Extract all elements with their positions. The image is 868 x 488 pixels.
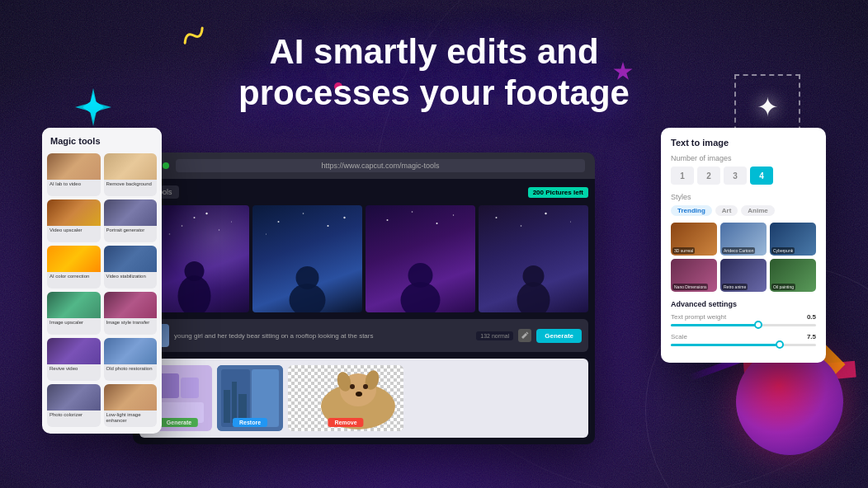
restore-preview-item[interactable]: Restore: [217, 365, 283, 431]
setting-name-row: Text prompt weight 0.5: [671, 313, 816, 321]
tab-trending[interactable]: Trending: [671, 205, 712, 216]
list-item[interactable]: Image style transfer: [104, 292, 158, 335]
remove-preview-item[interactable]: Remove: [288, 365, 403, 431]
heading-line1: AI smartly edits and: [0, 31, 868, 73]
generate-strip-button[interactable]: Generate: [160, 418, 198, 427]
svg-point-18: [387, 219, 389, 221]
list-item[interactable]: Old photo restoration: [104, 338, 158, 381]
svg-rect-38: [224, 390, 230, 423]
browser-toolbar: https://www.capcut.com/magic-tools: [133, 152, 595, 179]
svg-point-4: [205, 213, 207, 214]
svg-point-10: [185, 261, 205, 281]
browser-content: All tools 200 Pictures left: [133, 179, 595, 444]
style-item-artdeco[interactable]: Artdeco Cartoon: [720, 223, 767, 256]
scale-setting: Scale 7.5: [671, 333, 816, 346]
item-label: Photo colorizer: [47, 411, 101, 420]
windows-container: Magic tools AI lab to video Remove backg…: [42, 128, 826, 474]
bottom-strip: Generate Generate Restore: [139, 359, 588, 438]
setting-value: 0.5: [807, 313, 816, 321]
item-image: [104, 153, 158, 180]
scale-slider[interactable]: [671, 344, 816, 346]
style-item-cyberpunk[interactable]: Cyberpunk: [770, 223, 816, 256]
setting-value: 7.5: [807, 333, 816, 340]
prompt-quality-label: 132 normal: [476, 331, 513, 340]
setting-name-label: Scale: [671, 333, 687, 340]
style-item-3d-surreal[interactable]: 3D surreal: [671, 223, 717, 256]
svg-point-7: [194, 217, 196, 218]
item-label: Image style transfer: [104, 318, 158, 327]
text-prompt-weight-setting: Text prompt weight 0.5: [671, 313, 816, 326]
item-label: Video stabilization: [104, 272, 158, 281]
generated-image-3[interactable]: [366, 205, 475, 312]
svg-point-24: [496, 217, 498, 218]
generated-image-2[interactable]: [252, 205, 362, 312]
slider-thumb[interactable]: [754, 321, 762, 329]
list-item[interactable]: Video stabilization: [104, 246, 158, 289]
item-label: Revive video: [47, 364, 101, 373]
svg-point-51: [363, 384, 368, 389]
svg-point-17: [296, 266, 319, 289]
item-image: [47, 384, 101, 411]
advanced-settings-label: Advanced settings: [671, 300, 816, 308]
edit-icon[interactable]: [518, 329, 531, 342]
item-image: [104, 292, 158, 318]
svg-point-12: [303, 213, 304, 214]
main-heading: AI smartly edits and processes your foot…: [0, 31, 868, 115]
image-content: [252, 205, 362, 312]
svg-point-6: [169, 233, 171, 235]
tab-art[interactable]: Art: [715, 205, 738, 216]
list-item[interactable]: Revive video: [47, 338, 101, 381]
svg-point-8: [219, 229, 219, 230]
tab-anime[interactable]: Anime: [741, 205, 774, 216]
list-item[interactable]: Video upscaler: [47, 199, 101, 242]
item-label: Image upscaler: [47, 318, 101, 327]
style-label: Nano Dimensions: [672, 284, 708, 290]
list-item[interactable]: Image upscaler: [47, 292, 101, 335]
svg-rect-39: [232, 382, 237, 423]
style-grid: 3D surreal Artdeco Cartoon Cyberpunk Nan…: [671, 223, 816, 292]
number-3-button[interactable]: 3: [724, 167, 747, 185]
list-item[interactable]: Photo colorizer: [47, 384, 101, 427]
restore-strip-button[interactable]: Restore: [233, 418, 267, 427]
style-label: Oil painting: [771, 284, 795, 290]
url-bar[interactable]: https://www.capcut.com/magic-tools: [176, 159, 585, 172]
number-4-button[interactable]: 4: [750, 167, 773, 185]
generate-button[interactable]: Generate: [536, 329, 582, 343]
image-content: [479, 205, 588, 312]
setting-name-label: Text prompt weight: [671, 313, 726, 321]
text-prompt-slider[interactable]: [671, 324, 816, 326]
prompt-text[interactable]: young girl and her teddy bear sitting on…: [174, 332, 471, 340]
item-image: [104, 338, 158, 364]
style-item-oil-painting[interactable]: Oil painting: [770, 259, 816, 292]
style-label: 3D surreal: [672, 247, 695, 254]
style-item-nano[interactable]: Nano Dimensions: [671, 259, 717, 292]
svg-point-14: [266, 233, 267, 234]
slider-thumb[interactable]: [776, 340, 784, 349]
image-grid: [139, 205, 588, 312]
number-1-button[interactable]: 1: [671, 167, 694, 185]
item-label: Remove background: [104, 180, 158, 189]
item-label: AI lab to video: [47, 180, 101, 189]
number-row: 1 2 3 4: [671, 167, 816, 185]
style-item-retro-anime[interactable]: Retro anime: [720, 259, 767, 292]
item-label: Video upscaler: [47, 226, 101, 235]
list-item[interactable]: AI color correction: [47, 246, 101, 289]
svg-point-13: [328, 225, 329, 227]
style-label: Retro anime: [722, 284, 748, 290]
item-image: [47, 199, 101, 226]
remove-strip-button[interactable]: Remove: [328, 418, 363, 427]
item-label: Old photo restoration: [104, 364, 158, 373]
item-label: Low-light image enhancer: [104, 411, 158, 425]
maximize-button[interactable]: [163, 162, 169, 169]
number-2-button[interactable]: 2: [697, 167, 720, 185]
svg-point-3: [182, 225, 183, 227]
item-image: [104, 384, 158, 411]
list-item[interactable]: Low-light image enhancer: [104, 384, 158, 427]
browser-nav: All tools 200 Pictures left: [139, 185, 588, 199]
svg-point-26: [545, 213, 546, 214]
generated-image-4[interactable]: [479, 205, 588, 312]
list-item[interactable]: Remove background: [104, 153, 158, 196]
list-item[interactable]: AI lab to video: [47, 153, 101, 196]
list-item[interactable]: Portrait generator: [104, 199, 158, 242]
magic-tools-window: Magic tools AI lab to video Remove backg…: [42, 128, 162, 434]
